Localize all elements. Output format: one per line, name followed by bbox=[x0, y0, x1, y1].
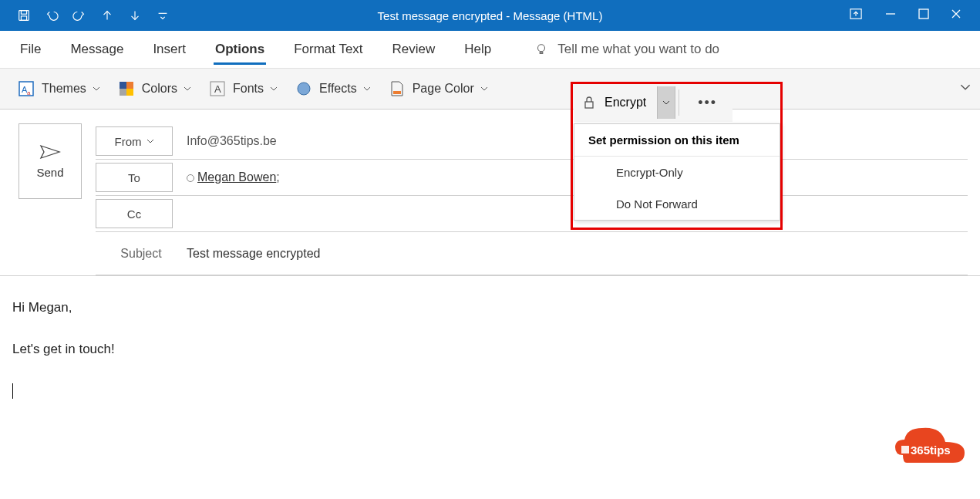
svg-text:365tips: 365tips bbox=[911, 443, 951, 457]
effects-icon bbox=[295, 79, 313, 98]
page-color-button[interactable]: Page Color bbox=[382, 76, 494, 101]
tab-file[interactable]: File bbox=[19, 35, 42, 63]
effects-button[interactable]: Effects bbox=[288, 76, 377, 101]
encrypt-menu-header: Set permission on this item bbox=[574, 124, 780, 157]
chevron-down-icon bbox=[184, 85, 191, 93]
cc-button[interactable]: Cc bbox=[96, 199, 173, 228]
send-button[interactable]: Send bbox=[19, 123, 82, 199]
chevron-down-icon bbox=[480, 85, 488, 93]
subject-field[interactable]: Test message encrypted bbox=[187, 247, 320, 261]
chevron-down-icon bbox=[270, 85, 278, 93]
encrypt-button[interactable]: Encrypt bbox=[574, 90, 654, 115]
undo-icon[interactable] bbox=[45, 8, 59, 22]
presence-icon bbox=[187, 174, 194, 182]
focus-mode-icon[interactable] bbox=[849, 8, 863, 23]
colors-button[interactable]: Colors bbox=[111, 76, 197, 101]
close-icon[interactable] bbox=[951, 8, 961, 22]
svg-rect-2 bbox=[21, 16, 26, 20]
watermark-logo: 365tips bbox=[887, 420, 971, 468]
compose-header: Send From Info@365tips.be To Megan Bowen… bbox=[0, 110, 980, 275]
svg-text:A: A bbox=[214, 83, 221, 95]
tab-review[interactable]: Review bbox=[391, 35, 437, 63]
svg-text:a: a bbox=[27, 89, 31, 96]
minimize-icon[interactable] bbox=[884, 8, 897, 23]
svg-rect-1 bbox=[21, 11, 26, 15]
save-icon[interactable] bbox=[17, 8, 31, 22]
encrypt-dropdown-toggle[interactable] bbox=[657, 86, 675, 119]
to-button[interactable]: To bbox=[96, 163, 173, 192]
tab-options[interactable]: Options bbox=[214, 35, 266, 63]
themes-button[interactable]: Aa Themes bbox=[11, 76, 106, 101]
fonts-button[interactable]: A Fonts bbox=[202, 76, 284, 101]
body-line: Hi Megan, bbox=[12, 298, 968, 318]
chevron-down-icon bbox=[93, 85, 100, 93]
window-title: Test message encrypted - Message (HTML) bbox=[378, 9, 603, 22]
svg-rect-11 bbox=[120, 89, 126, 96]
qat-dropdown-icon[interactable] bbox=[156, 8, 170, 22]
svg-point-5 bbox=[538, 44, 545, 51]
tab-insert[interactable]: Insert bbox=[151, 35, 187, 63]
themes-icon: Aa bbox=[17, 79, 35, 98]
tab-message[interactable]: Message bbox=[69, 35, 125, 63]
ribbon-options: Aa Themes Colors A Fonts Effects Page Co… bbox=[0, 68, 980, 110]
collapse-ribbon-icon[interactable] bbox=[960, 82, 971, 96]
svg-rect-19 bbox=[901, 446, 909, 453]
message-body[interactable]: Hi Megan, Let's get in touch! bbox=[0, 276, 980, 400]
tell-me-input[interactable]: Tell me what you want to do bbox=[557, 42, 719, 57]
arrow-up-icon[interactable] bbox=[100, 8, 114, 22]
encrypt-dropdown-menu: Set permission on this item Encrypt-Only… bbox=[574, 123, 780, 221]
page-color-icon bbox=[388, 79, 406, 98]
svg-rect-16 bbox=[393, 91, 401, 94]
do-not-forward-option[interactable]: Do Not Forward bbox=[574, 188, 780, 220]
subject-label: Subject bbox=[96, 247, 187, 261]
chevron-down-icon bbox=[146, 137, 154, 145]
fonts-icon: A bbox=[208, 79, 227, 98]
menu-tabs: File Message Insert Options Format Text … bbox=[0, 31, 980, 68]
redo-icon[interactable] bbox=[72, 8, 86, 22]
encrypt-group: Encrypt ••• bbox=[574, 83, 732, 122]
encrypt-only-option[interactable]: Encrypt-Only bbox=[574, 157, 780, 188]
svg-rect-17 bbox=[585, 102, 593, 108]
svg-rect-4 bbox=[919, 9, 928, 19]
body-line: Let's get in touch! bbox=[12, 339, 968, 359]
colors-icon bbox=[117, 79, 136, 98]
maximize-icon[interactable] bbox=[918, 8, 929, 22]
lightbulb-icon bbox=[534, 42, 548, 56]
more-options-button[interactable]: ••• bbox=[682, 95, 732, 111]
svg-rect-0 bbox=[19, 11, 29, 21]
chevron-down-icon bbox=[363, 85, 371, 93]
text-cursor bbox=[12, 383, 13, 399]
tab-help[interactable]: Help bbox=[463, 35, 493, 63]
svg-rect-10 bbox=[126, 82, 133, 89]
arrow-down-icon[interactable] bbox=[128, 8, 142, 22]
svg-rect-9 bbox=[120, 82, 126, 89]
tab-format-text[interactable]: Format Text bbox=[292, 35, 364, 63]
recipient-chip[interactable]: Megan Bowen bbox=[197, 170, 276, 184]
svg-rect-12 bbox=[126, 89, 133, 96]
chevron-down-icon bbox=[662, 99, 670, 106]
svg-point-15 bbox=[298, 83, 310, 95]
title-bar: Test message encrypted - Message (HTML) bbox=[0, 0, 980, 31]
from-button[interactable]: From bbox=[96, 126, 173, 156]
send-icon bbox=[39, 144, 61, 160]
lock-icon bbox=[581, 95, 597, 110]
